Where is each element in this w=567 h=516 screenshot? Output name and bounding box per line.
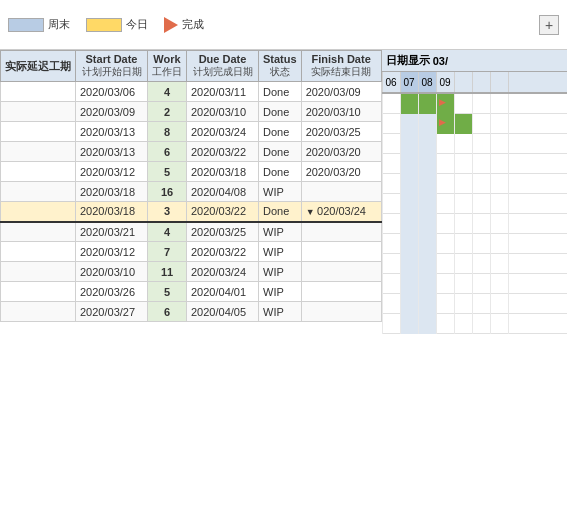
- gantt-cell: [418, 134, 436, 154]
- gantt-cell: [382, 214, 400, 234]
- gantt-cell: [508, 194, 526, 214]
- gantt-chart-row: [382, 174, 567, 194]
- delay-cell: [1, 142, 76, 162]
- gantt-cell: [436, 194, 454, 214]
- work-cell: 3: [148, 202, 187, 222]
- main-area: 实际延迟工期 Start Date 计划开始日期 Work 工作日 Due Da…: [0, 50, 567, 334]
- start-date-cell: 2020/03/10: [76, 262, 148, 282]
- gantt-cell: [400, 314, 418, 334]
- finish-date-cell: [301, 222, 381, 242]
- work-cell: 4: [148, 222, 187, 242]
- gantt-cell: [382, 114, 400, 134]
- status-cell: Done: [259, 202, 302, 222]
- start-date-cell: 2020/03/26: [76, 282, 148, 302]
- work-cell: 2: [148, 102, 187, 122]
- delay-cell: [1, 162, 76, 182]
- gantt-cell: [508, 254, 526, 274]
- gantt-cell: [436, 154, 454, 174]
- gantt-cell: [508, 274, 526, 294]
- start-date-cell: 2020/03/18: [76, 182, 148, 202]
- gantt-day-header: 09: [436, 72, 454, 92]
- gantt-cell: [490, 254, 508, 274]
- gantt-day-header: 07: [400, 72, 418, 92]
- gantt-header: 日期显示 03/ 06070809: [382, 50, 567, 94]
- spreadsheet-container: 周末 今日 完成 + 实际延迟工期 Start Date: [0, 0, 567, 516]
- gantt-cell: [418, 314, 436, 334]
- gantt-cell: [490, 114, 508, 134]
- gantt-cell: [454, 254, 472, 274]
- gantt-cell: [382, 194, 400, 214]
- gantt-cell: [508, 114, 526, 134]
- legend-done: 完成: [164, 17, 204, 33]
- finish-date-cell: [301, 242, 381, 262]
- weekend-color-box: [8, 18, 44, 32]
- gantt-cell: [382, 254, 400, 274]
- gantt-cell: [418, 254, 436, 274]
- status-cell: Done: [259, 162, 302, 182]
- table-row: 2020/03/1252020/03/18Done2020/03/20: [1, 162, 382, 182]
- gantt-cell: [454, 214, 472, 234]
- status-cell: WIP: [259, 302, 302, 322]
- gantt-cell: [400, 194, 418, 214]
- gantt-cell: [454, 114, 472, 134]
- gantt-cell: [382, 174, 400, 194]
- table-row: 2020/03/18162020/04/08WIP: [1, 182, 382, 202]
- work-cell: 7: [148, 242, 187, 262]
- start-date-cell: 2020/03/12: [76, 162, 148, 182]
- gantt-cell: [436, 214, 454, 234]
- gantt-cell: [418, 154, 436, 174]
- done-triangle-icon: [164, 17, 178, 33]
- gantt-cell: [400, 214, 418, 234]
- finish-date-cell: ▼ 020/03/24: [301, 202, 381, 222]
- header-col-d: 实际延迟工期: [1, 51, 76, 82]
- gantt-cell: [418, 94, 436, 114]
- gantt-cell: [400, 134, 418, 154]
- status-cell: WIP: [259, 182, 302, 202]
- delay-cell: [1, 302, 76, 322]
- delay-cell: [1, 262, 76, 282]
- gantt-date-label: 日期显示 03/: [382, 50, 567, 72]
- gantt-cell: [490, 274, 508, 294]
- work-cell: 6: [148, 302, 187, 322]
- work-cell: 5: [148, 162, 187, 182]
- finish-date-cell: 2020/03/25: [301, 122, 381, 142]
- gantt-cell: [400, 294, 418, 314]
- finish-date-cell: 2020/03/20: [301, 162, 381, 182]
- start-date-cell: 2020/03/27: [76, 302, 148, 322]
- gantt-cell: [436, 314, 454, 334]
- gantt-cell: [454, 234, 472, 254]
- due-date-cell: 2020/03/24: [187, 262, 259, 282]
- gantt-cell: [418, 194, 436, 214]
- delay-cell: [1, 222, 76, 242]
- work-cell: 5: [148, 282, 187, 302]
- finish-date-cell: [301, 302, 381, 322]
- header-col-g: Due Date 计划完成日期: [187, 51, 259, 82]
- gantt-cell: [418, 274, 436, 294]
- status-cell: Done: [259, 82, 302, 102]
- add-button[interactable]: +: [539, 15, 559, 35]
- start-date-cell: 2020/03/13: [76, 122, 148, 142]
- gantt-day-header: [454, 72, 472, 92]
- gantt-chart-row: [382, 94, 567, 114]
- due-date-cell: 2020/03/18: [187, 162, 259, 182]
- table-row: 2020/03/0922020/03/10Done2020/03/10: [1, 102, 382, 122]
- table-row: 2020/03/2762020/04/05WIP: [1, 302, 382, 322]
- due-date-cell: 2020/04/05: [187, 302, 259, 322]
- dropdown-arrow-icon[interactable]: ▼: [306, 207, 317, 217]
- gantt-cell: [436, 94, 454, 114]
- start-date-cell: 2020/03/18: [76, 202, 148, 222]
- gantt-cell: [472, 174, 490, 194]
- gantt-cell: [418, 174, 436, 194]
- gantt-cell: [508, 234, 526, 254]
- work-cell: 11: [148, 262, 187, 282]
- gantt-chart-row: [382, 294, 567, 314]
- legend-today: 今日: [86, 17, 148, 32]
- gantt-cell: [436, 254, 454, 274]
- gantt-cell: [490, 314, 508, 334]
- gantt-cell: [508, 134, 526, 154]
- gantt-cell: [472, 314, 490, 334]
- finish-date-cell: [301, 282, 381, 302]
- gantt-cell: [490, 174, 508, 194]
- finish-date-cell: 2020/03/09: [301, 82, 381, 102]
- due-date-cell: 2020/03/24: [187, 122, 259, 142]
